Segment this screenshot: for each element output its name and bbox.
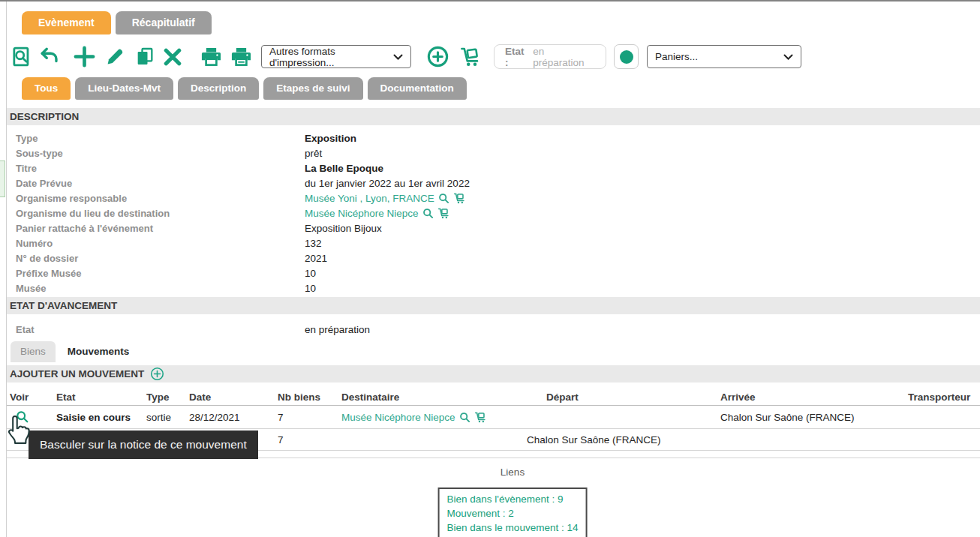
status-dot-icon [620,50,633,64]
field-label: Préfixe Musée [7,268,305,279]
hand-cursor-icon [4,415,31,454]
destinataire-link[interactable]: Musée Nicéphore Niepce [341,412,455,423]
magnifier-icon[interactable] [459,412,470,423]
column-header-transporteur: Transporteur [908,392,980,403]
description-fields: Type Exposition Sous-type prêt Titre La … [7,130,980,296]
field-row: Numéro 132 [7,236,980,250]
print-formats-dropdown[interactable]: Autres formats d'impression... [261,45,411,68]
window-top-border [0,0,980,2]
organisme-responsable-link[interactable]: Musée Yoni , Lyon, FRANCE [305,193,434,204]
undo-icon[interactable] [39,46,61,67]
field-row: Etat en préparation [7,322,980,337]
magnifier-icon[interactable] [422,208,434,219]
trolley-icon[interactable] [474,412,486,423]
field-value: La Belle Epoque [305,163,383,174]
magnifier-icon[interactable] [438,193,449,204]
state-display: Etat : en préparation [494,44,606,69]
trolley-icon[interactable] [453,193,465,204]
liens-box: Bien dans l'évènement : 9 Mouvement : 2 … [438,488,588,537]
list-tabs: Biens Mouvements [11,341,139,362]
add-movement-label: AJOUTER UN MOUVEMENT [10,365,144,382]
print-icon[interactable] [200,46,222,68]
field-row: Date Prévue du 1er janvier 2022 au 1er a… [7,176,980,190]
liens-item-mouvement[interactable]: Mouvement : 2 [447,506,579,520]
view-tab-documentation[interactable]: Documentation [368,77,467,100]
field-label: Titre [7,163,305,174]
field-value: Exposition [305,133,356,144]
tab-biens[interactable]: Biens [11,341,56,362]
preview-document-icon[interactable] [11,46,32,68]
tooltip: Basculer sur la notice de ce mouvement [29,430,258,459]
field-label: Musée [7,283,305,294]
baskets-dropdown[interactable]: Paniers... [647,45,801,68]
field-row: Type Exposition [7,130,980,146]
field-label: Panier rattaché à l'événement [7,223,305,234]
print-formats-dropdown-value: Autres formats d'impression... [269,46,393,68]
liens-item-biens-mouvement[interactable]: Bien dans le mouvement : 14 [447,520,579,535]
field-label: Etat [7,324,305,335]
add-movement-header: AJOUTER UN MOUVEMENT [7,365,980,382]
field-value: Exposition Bijoux [305,223,382,234]
section-header-description: DESCRIPTION [7,108,980,125]
movement-type: sortie [146,412,189,423]
progress-fields: Etat en préparation [7,322,980,337]
view-tab-etapes-de-suivi[interactable]: Etapes de suivi [263,77,362,100]
add-movement-icon[interactable] [150,367,164,381]
table-row: Saisie en cours sortie 28/12/2021 7 Musé… [7,406,980,429]
tab-mouvements[interactable]: Mouvements [58,341,140,362]
field-label: Organisme responsable [7,193,305,204]
state-display-value: en préparation [533,46,595,68]
field-value: du 1er janvier 2022 au 1er avril 2022 [305,178,470,189]
field-row: Organisme responsable Musée Yoni , Lyon,… [7,190,980,206]
field-value: prêt [305,148,322,159]
state-display-prefix: Etat : [505,46,529,68]
view-tab-description[interactable]: Description [178,77,259,100]
side-panel-handle[interactable] [0,160,5,197]
field-value: 10 [305,283,316,294]
movement-depart: Chalon Sur Saône (FRANCE) [527,434,720,446]
field-row: Panier rattaché à l'événement Exposition… [7,220,980,236]
field-label: Sous-type [7,148,305,159]
liens-title: Liens [501,466,525,478]
section-header-avancement: ETAT D'AVANCEMENT [7,297,980,314]
movement-nb-biens: 7 [278,434,341,446]
delete-icon[interactable] [161,46,184,68]
field-value: 10 [305,268,316,279]
view-tab-lieu-dates-mvt[interactable]: Lieu-Dates-Mvt [75,77,173,100]
field-row: Titre La Belle Epoque [7,160,980,176]
chevron-down-icon [393,54,403,60]
edit-icon[interactable] [104,46,126,68]
tab-evenement[interactable]: Evènement [22,11,111,34]
trolley-icon[interactable] [437,208,449,219]
status-circle-button[interactable] [614,44,639,69]
print-alt-icon[interactable] [230,46,252,68]
field-row: Organisme du lieu de destination Musée N… [7,206,980,220]
field-label: Date Prévue [7,178,305,189]
view-tabs: Tous Lieu-Dates-Mvt Description Etapes d… [22,77,467,100]
copy-icon[interactable] [134,46,155,68]
column-header-etat: Etat [56,392,146,403]
field-label: Organisme du lieu de destination [7,208,305,219]
column-header-voir: Voir [10,392,56,403]
movement-etat: Saisie en cours [56,412,146,423]
add-icon[interactable] [73,45,96,68]
organisme-destination-link[interactable]: Musée Nicéphore Niepce [305,208,419,219]
field-row: N° de dossier 2021 [7,250,980,266]
movement-date: 28/12/2021 [189,412,278,423]
tab-recapitulatif[interactable]: Récapitulatif [116,11,212,34]
movements-table-header: Voir Etat Type Date Nb biens Destinatair… [7,388,980,406]
column-header-nb-biens: Nb biens [278,392,341,403]
column-header-type: Type [146,392,189,403]
movement-nb-biens: 7 [278,412,341,423]
field-row: Sous-type prêt [7,146,980,160]
add-circle-icon[interactable] [426,45,449,68]
field-label: Type [7,133,305,144]
trolley-icon[interactable] [458,46,481,68]
main-tabs: Evènement Récapitulatif [22,11,212,34]
column-header-depart: Départ [546,392,720,403]
liens-item-biens-evenement[interactable]: Bien dans l'évènement : 9 [447,492,579,506]
view-tab-tous[interactable]: Tous [22,77,71,100]
field-value: 2021 [305,253,327,264]
movement-arrivee: Chalon Sur Saône (FRANCE) [720,412,908,423]
field-label: Numéro [7,238,305,249]
